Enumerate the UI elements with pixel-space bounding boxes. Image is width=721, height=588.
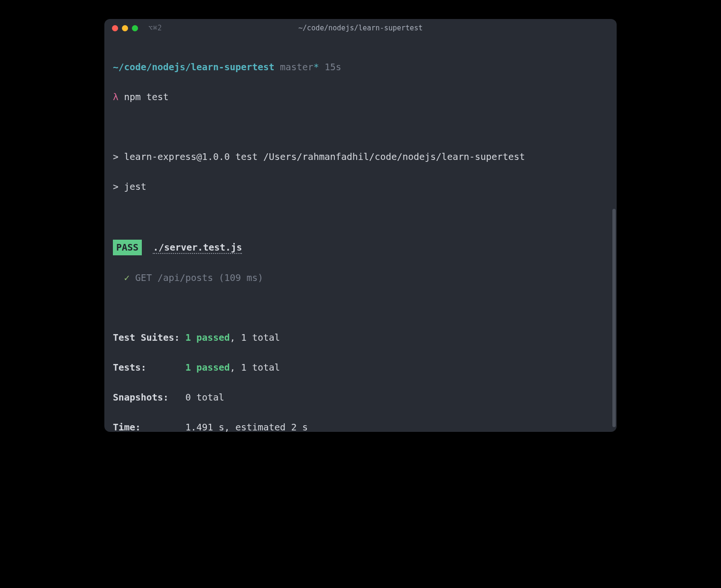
prompt-branch: master [280,62,313,73]
prompt-dirty: * [314,62,319,73]
minimize-icon[interactable] [122,25,128,31]
summary-value: 1.491 s, estimated 2 s [185,422,308,432]
summary-label: Time: [113,422,185,432]
maximize-icon[interactable] [132,25,138,31]
blank-line [113,300,608,316]
summary-total: , 1 total [230,332,280,343]
prompt-duration: 15s [324,62,341,73]
summary-label: Tests: [113,362,185,373]
traffic-lights [112,25,138,31]
pass-badge: PASS [113,240,142,256]
summary-suites: Test Suites: 1 passed, 1 total [113,330,608,345]
close-icon[interactable] [112,25,118,31]
scrollbar[interactable] [612,209,616,427]
jest-pass-line: PASS ./server.test.js [113,240,608,256]
prompt-symbol: λ [113,92,119,103]
test-name: GET /api/posts (109 ms) [135,272,263,283]
command-text: npm test [124,92,169,103]
summary-value: 0 total [185,392,224,403]
summary-time: Time: 1.491 s, estimated 2 s [113,420,608,432]
titlebar: ⌥⌘2 ~/code/nodejs/learn-supertest [104,19,617,37]
prompt-path: ~/code/nodejs/learn-supertest [113,62,274,73]
test-file: ./server.test.js [153,242,242,254]
summary-label: Snapshots: [113,392,185,403]
window-title: ~/code/nodejs/learn-supertest [298,24,423,32]
terminal-body[interactable]: ~/code/nodejs/learn-supertest master* 15… [104,37,617,432]
npm-output-line: > learn-express@1.0.0 test /Users/rahman… [113,149,608,165]
summary-snapshots: Snapshots: 0 total [113,390,608,405]
summary-tests: Tests: 1 passed, 1 total [113,360,608,375]
test-case-line: ✓ GET /api/posts (109 ms) [113,271,608,286]
prompt-line: ~/code/nodejs/learn-supertest master* 15… [113,60,608,75]
check-icon: ✓ [124,272,129,283]
command-line: λ npm test [113,90,608,105]
summary-passed: 1 passed [185,362,230,373]
terminal-window: ⌥⌘2 ~/code/nodejs/learn-supertest ~/code… [104,19,617,432]
summary-total: , 1 total [230,362,280,373]
tab-shortcut-hint: ⌥⌘2 [148,24,162,32]
blank-line [113,120,608,135]
summary-passed: 1 passed [185,332,230,343]
blank-line [113,209,608,224]
npm-output-line: > jest [113,179,608,195]
summary-label: Test Suites: [113,332,185,343]
